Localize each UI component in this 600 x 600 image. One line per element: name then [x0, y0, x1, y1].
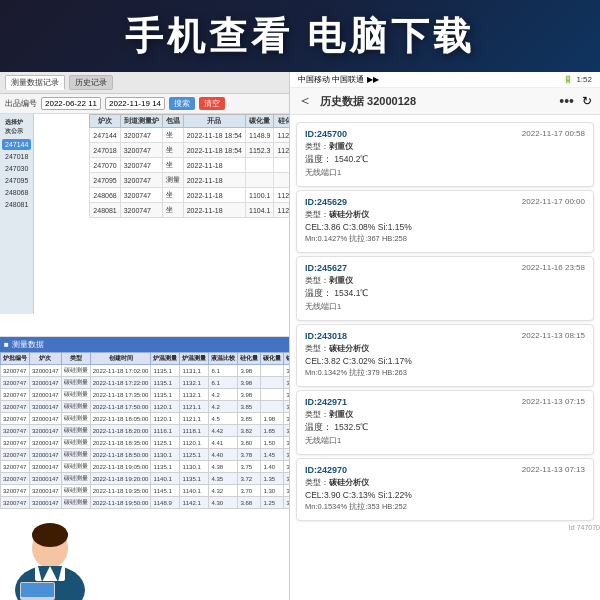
nav-item-3[interactable]: 247095	[2, 175, 31, 186]
sheet-cell: 3200747	[1, 377, 30, 389]
sheet-cell: 碳硅测量	[61, 413, 90, 425]
sheet-cell: 1135.1	[151, 365, 180, 377]
top-banner: 手机查看 电脑下载	[0, 0, 600, 72]
card-id: ID:245700	[305, 129, 347, 139]
table-cell: 坐	[162, 128, 183, 143]
sheet-cell: 碳硅测量	[61, 365, 90, 377]
card-detail: CEL:3.82 C:3.02% Si:1.17%	[305, 356, 412, 366]
mobile-card[interactable]: ID:245627 2022-11-16 23:58 类型：剥重仪 温度： 15…	[296, 256, 594, 321]
svg-rect-7	[21, 583, 54, 597]
sheet-cell	[261, 365, 284, 377]
sheet-cell: 2022-11-18 18:20:00	[90, 425, 151, 437]
table-cell: 2022-11-18	[183, 188, 245, 203]
table-cell: 1152.3	[246, 143, 274, 158]
data-table: 炉次 到道测量炉 包温 开品 碳化量 硅化量 碳化比 锰化量 抗拉 硬度 测量结	[89, 114, 290, 218]
sheet-cell: 碳硅测量	[61, 437, 90, 449]
card-detail-row: CEL:3.82 C:3.02% Si:1.17%	[305, 356, 585, 366]
sheet-cell: 6.1	[209, 365, 238, 377]
sheet-row: 320074732000147碳硅测量2022-11-18 19:05:0011…	[1, 461, 291, 473]
sheet-cell: 3.98	[238, 377, 261, 389]
sheet-cell: 32000147	[30, 497, 62, 509]
sheet-cell: 3.80	[238, 437, 261, 449]
sheet-cell: 2022-11-18 19:20:00	[90, 473, 151, 485]
sheet-cell: 2022-11-18 19:50:00	[90, 497, 151, 509]
sheet-cell: 32000147	[30, 449, 62, 461]
sheet-col-header: 硅化量	[238, 353, 261, 365]
filter-label: 出品编号	[5, 98, 37, 109]
mobile-card[interactable]: ID:245700 2022-11-17 00:58 类型：剥重仪 温度： 15…	[296, 122, 594, 187]
table-cell: 1121.1	[274, 188, 290, 203]
sheet-cell: 3200747	[1, 425, 30, 437]
card-header-row: ID:245629 2022-11-17 00:00	[305, 197, 585, 207]
mobile-card[interactable]: ID:245629 2022-11-17 00:00 类型：碳硅分析仪 CEL:…	[296, 190, 594, 253]
mobile-status-bar: 中国移动 中国联通 ▶▶ 🔋 1:52	[290, 72, 600, 88]
status-left: 中国移动 中国联通 ▶▶	[298, 74, 379, 85]
card-sub-row: 无线端口1	[305, 168, 585, 178]
table-row: 2470953200747测量2022-11-181307.3详	[90, 173, 290, 188]
sheet-cell: 32000147	[30, 389, 62, 401]
sheet-cell: 4.2	[209, 401, 238, 413]
sheet-cell: 1.85	[261, 425, 284, 437]
sheet-title: 测量数据	[12, 339, 44, 350]
filter-date-start[interactable]	[41, 97, 101, 110]
card-header-row: ID:245700 2022-11-17 00:58	[305, 129, 585, 139]
sheet-cell: 2022-11-18 17:02:00	[90, 365, 151, 377]
menu-dots[interactable]: •••	[559, 93, 574, 109]
card-sub-row: 无线端口1	[305, 436, 585, 446]
back-button[interactable]: ＜	[298, 92, 312, 110]
sheet-cell: 4.32	[209, 485, 238, 497]
refresh-icon[interactable]: ↻	[582, 94, 592, 108]
card-sub: 无线端口1	[305, 168, 341, 178]
search-button[interactable]: 搜索	[169, 97, 195, 110]
nav-item-2[interactable]: 247030	[2, 163, 31, 174]
nav-item-1[interactable]: 247018	[2, 151, 31, 162]
sheet-cell: 3200747	[1, 461, 30, 473]
tab-bar: 测量数据记录 历史记录	[0, 72, 290, 94]
mobile-title: 历史数据 32000128	[320, 94, 551, 109]
sheet-cell: 4.38	[209, 461, 238, 473]
sheet-row: 320074732000147碳硅测量2022-11-18 17:22:0011…	[1, 377, 291, 389]
card-id: ID:245629	[305, 197, 347, 207]
sheet-col-header: 创建时间	[90, 353, 151, 365]
clear-button[interactable]: 清空	[199, 97, 225, 110]
mobile-card[interactable]: ID:242970 2022-11-13 07:13 类型：碳硅分析仪 CEL:…	[296, 458, 594, 521]
footer-id: Id 747070	[290, 524, 600, 531]
sheet-cell: 1.30	[261, 485, 284, 497]
sheet-cell: 1.98	[261, 413, 284, 425]
sheet-cell: 碳硅测量	[61, 389, 90, 401]
sheet-cell: 1135.1	[151, 377, 180, 389]
status-icons: 🔋 1:52	[563, 75, 592, 84]
sheet-cell: 1.25	[261, 497, 284, 509]
sheet-cell: 32000147	[30, 437, 62, 449]
filter-date-end[interactable]	[105, 97, 165, 110]
tab-measurement[interactable]: 测量数据记录	[5, 75, 65, 90]
sheet-cell: 3.70	[238, 485, 261, 497]
card-type-label: 类型：碳硅分析仪	[305, 209, 369, 220]
table-row: 2471443200747坐2022-11-18 18:541148.91122…	[90, 128, 290, 143]
mobile-screen: 中国移动 中国联通 ▶▶ 🔋 1:52 ＜ 历史数据 32000128 ••• …	[290, 72, 600, 600]
table-cell: 坐	[162, 188, 183, 203]
right-panel: 中国移动 中国联通 ▶▶ 🔋 1:52 ＜ 历史数据 32000128 ••• …	[290, 72, 600, 600]
nav-item-4[interactable]: 248068	[2, 187, 31, 198]
sheet-cell: 碳硅测量	[61, 461, 90, 473]
card-detail: CEL:3.90 C:3.13% Si:1.22%	[305, 490, 412, 500]
table-cell: 2022-11-18	[183, 203, 245, 218]
nav-item-0[interactable]: 247144	[2, 139, 31, 150]
tab-history[interactable]: 历史记录	[69, 75, 113, 90]
table-cell: 3200747	[120, 173, 162, 188]
mobile-card[interactable]: ID:243018 2022-11-13 08:15 类型：碳硅分析仪 CEL:…	[296, 324, 594, 387]
card-sub: Mn:0.1534% 抗拉:353 HB:252	[305, 502, 407, 512]
nav-item-5[interactable]: 248081	[2, 199, 31, 210]
card-type-label: 类型：碳硅分析仪	[305, 477, 369, 488]
table-cell: 1100.1	[246, 188, 274, 203]
table-cell: 2022-11-18 18:54	[183, 128, 245, 143]
card-detail: CEL:3.86 C:3.08% Si:1.15%	[305, 222, 412, 232]
mobile-card[interactable]: ID:242971 2022-11-13 07:15 类型：剥重仪 温度： 15…	[296, 390, 594, 455]
col-temp: 包温	[162, 115, 183, 128]
card-sub: Mn:0.1427% 抗拉:367 HB:258	[305, 234, 407, 244]
card-detail: 温度： 1540.2℃	[305, 154, 368, 166]
card-sub-row: Mn:0.1342% 抗拉:379 HB:263	[305, 368, 585, 378]
col-carbon: 碳化量	[246, 115, 274, 128]
sheet-cell: 3200747	[1, 389, 30, 401]
sheet-cell: 32000147	[30, 377, 62, 389]
